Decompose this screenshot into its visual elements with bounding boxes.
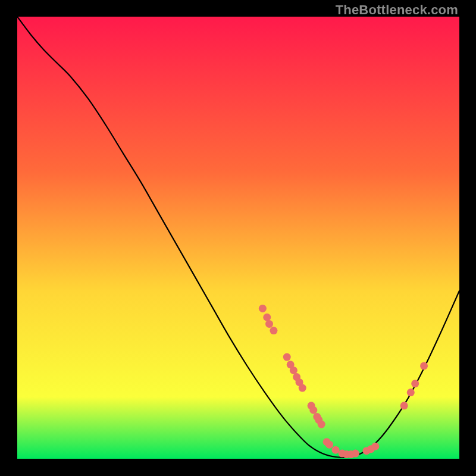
curve-dot	[371, 443, 379, 450]
watermark-text: TheBottleneck.com	[336, 2, 458, 18]
curve-dot	[265, 320, 273, 328]
curve-dot	[325, 441, 333, 449]
curve-dot	[263, 314, 271, 321]
curve-dot	[283, 353, 291, 361]
curve-dot	[407, 389, 415, 396]
curve-dot	[299, 384, 306, 392]
curve-dot	[259, 305, 267, 312]
curve-dot	[331, 446, 339, 454]
bottleneck-curve-chart	[17, 17, 459, 459]
gradient-background	[17, 17, 459, 459]
curve-dot	[400, 402, 408, 409]
curve-dot	[318, 421, 325, 428]
chart-frame	[17, 17, 459, 459]
curve-dot	[270, 327, 277, 334]
curve-dot	[309, 406, 317, 414]
curve-dot	[420, 362, 428, 369]
curve-dot	[290, 367, 298, 374]
curve-dot	[352, 450, 359, 458]
curve-dot	[411, 380, 419, 387]
